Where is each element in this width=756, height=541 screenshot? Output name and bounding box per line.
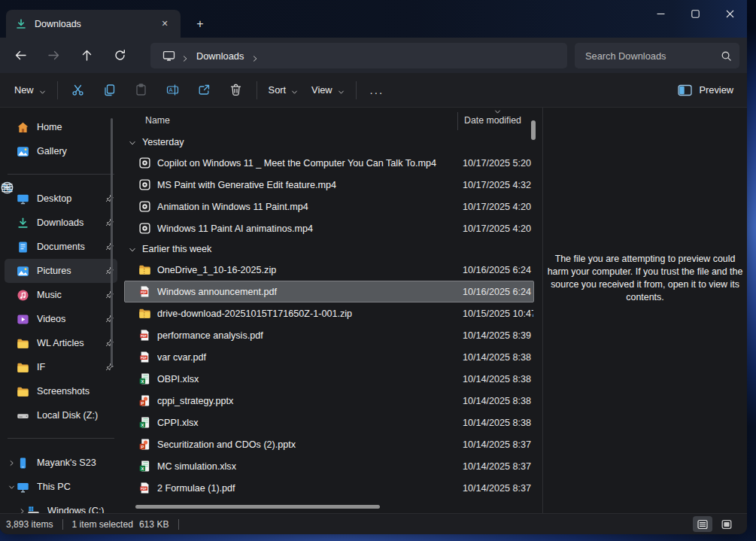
column-divider[interactable] bbox=[457, 112, 458, 130]
group-label: Earlier this week bbox=[142, 244, 211, 254]
file-date-modified: 10/17/2025 4:20 bbox=[463, 202, 533, 212]
mp4-file-icon bbox=[138, 178, 151, 191]
breadcrumb-downloads[interactable]: Downloads bbox=[190, 50, 250, 62]
file-name: Windows announcement.pdf bbox=[157, 287, 463, 297]
copy-button[interactable] bbox=[94, 78, 126, 103]
chevron-down-icon bbox=[39, 87, 46, 93]
vertical-scrollbar[interactable] bbox=[531, 120, 536, 140]
column-header-name[interactable]: Name bbox=[145, 115, 170, 126]
search-input[interactable] bbox=[585, 50, 721, 62]
up-button[interactable] bbox=[74, 43, 99, 68]
file-row-windows-announcement-pdf[interactable]: PDFWindows announcement.pdf10/16/2025 6:… bbox=[124, 281, 534, 302]
file-row-cppi-xlsx[interactable]: XCPPI.xlsx10/14/2025 8:38 bbox=[124, 412, 534, 433]
mp4-file-icon bbox=[138, 200, 151, 213]
maximize-button[interactable] bbox=[678, 0, 712, 28]
file-row-2-formulae-1-pdf[interactable]: PDF2 Formulae (1).pdf10/14/2025 8:37 bbox=[124, 477, 534, 499]
file-row-performance-analysis-pdf[interactable]: PDFperformance analysis.pdf10/14/2025 8:… bbox=[124, 324, 534, 346]
sidebar-item-desktop[interactable]: Desktop bbox=[5, 187, 117, 211]
sidebar-item-mayank-s-s23[interactable]: Mayank's S23 bbox=[5, 451, 117, 475]
file-name: cppi_strategy.pptx bbox=[157, 396, 463, 406]
tab-close-icon[interactable]: ✕ bbox=[156, 16, 173, 32]
file-row-cppi-strategy-pptx[interactable]: Pcppi_strategy.pptx10/14/2025 8:38 bbox=[124, 390, 534, 412]
windows-drive-icon bbox=[27, 505, 40, 514]
file-row-obpi-xlsx[interactable]: XOBPI.xlsx10/14/2025 8:38 bbox=[124, 368, 534, 390]
title-bar[interactable]: Downloads ✕ + bbox=[0, 0, 747, 38]
file-date-modified: 10/17/2025 4:20 bbox=[463, 223, 533, 234]
chevron-right-icon bbox=[181, 52, 189, 59]
horizontal-scrollbar-track[interactable] bbox=[124, 504, 530, 509]
close-button[interactable] bbox=[712, 0, 747, 28]
folder-icon bbox=[17, 385, 29, 398]
pdf-file-icon: PDF bbox=[138, 329, 151, 342]
file-row-copilot-on-windows-11-meet-the-computer-you-can-talk-to-mp4[interactable]: Copilot on Windows 11 _ Meet the Compute… bbox=[124, 152, 534, 174]
sidebar-item-documents[interactable]: Documents bbox=[5, 235, 117, 259]
sidebar-item-downloads[interactable]: Downloads bbox=[5, 211, 117, 235]
sidebar-item-gallery[interactable]: Gallery bbox=[5, 139, 117, 163]
group-header-earlier-this-week[interactable]: Earlier this week bbox=[124, 239, 534, 259]
pin-icon bbox=[105, 194, 114, 203]
paste-button[interactable] bbox=[126, 78, 157, 103]
new-button-label: New bbox=[14, 84, 34, 96]
group-header-yesterday[interactable]: Yesterday bbox=[124, 132, 534, 152]
more-options-button[interactable]: ... bbox=[361, 84, 393, 96]
sidebar-item-pictures[interactable]: Pictures bbox=[5, 259, 117, 283]
delete-button[interactable] bbox=[220, 78, 252, 103]
file-row-animation-in-windows-11-paint-mp4[interactable]: Animation in Windows 11 Paint.mp410/17/2… bbox=[124, 196, 534, 217]
chevron-right-icon[interactable] bbox=[6, 460, 17, 467]
horizontal-scrollbar[interactable] bbox=[135, 505, 380, 509]
new-button[interactable]: New bbox=[8, 78, 53, 103]
file-row-ms-paint-with-generative-edit-feature-mp4[interactable]: MS Paint with Generative Edit feature.mp… bbox=[124, 174, 534, 196]
file-date-modified: 10/16/2025 6:24 bbox=[463, 287, 533, 297]
view-button-label: View bbox=[311, 84, 332, 96]
svg-text:PDF: PDF bbox=[141, 335, 147, 338]
cut-button[interactable] bbox=[62, 78, 94, 103]
rename-button[interactable]: A bbox=[157, 78, 189, 103]
preview-toggle-button[interactable]: Preview bbox=[678, 84, 733, 96]
file-row-onedrive-1-10-16-2025-zip[interactable]: OneDrive_1_10-16-2025.zip10/16/2025 6:24 bbox=[124, 259, 534, 281]
sort-button[interactable]: Sort bbox=[262, 78, 305, 103]
view-button[interactable]: View bbox=[305, 78, 351, 103]
mp4-file-icon bbox=[138, 222, 151, 235]
file-row-drive-download-20251015t171650z-1-001-zip[interactable]: drive-download-20251015T171650Z-1-001.zi… bbox=[124, 302, 534, 324]
back-button[interactable] bbox=[8, 43, 33, 68]
preview-pane: The file you are attempting to preview c… bbox=[542, 108, 747, 513]
command-toolbar: New A Sort View bbox=[0, 73, 747, 108]
sidebar-item-wl-articles[interactable]: WL Articles bbox=[5, 331, 117, 355]
sidebar-item-windows-c[interactable]: Windows (C:) bbox=[5, 499, 117, 513]
details-view-button[interactable] bbox=[693, 516, 712, 532]
file-date-modified: 10/14/2025 8:39 bbox=[463, 330, 533, 341]
sidebar-item-home[interactable]: Home bbox=[5, 115, 117, 139]
monitor-icon bbox=[162, 50, 175, 62]
new-tab-button[interactable]: + bbox=[191, 15, 209, 33]
file-name: Securitization and CDOs (2).pptx bbox=[157, 439, 463, 450]
tab-downloads[interactable]: Downloads ✕ bbox=[6, 10, 181, 38]
file-row-mc-simulation-xlsx[interactable]: XMC simulation.xlsx10/14/2025 8:37 bbox=[124, 455, 534, 477]
sidebar-scrollbar[interactable] bbox=[111, 118, 113, 366]
sidebar-item-local-disk-z[interactable]: Local Disk (Z:) bbox=[5, 403, 117, 427]
sidebar-item-if[interactable]: IF bbox=[5, 355, 117, 379]
refresh-button[interactable] bbox=[107, 43, 132, 68]
folder-icon bbox=[17, 337, 29, 350]
chevron-down-icon bbox=[129, 245, 136, 253]
share-button[interactable] bbox=[189, 78, 220, 103]
home-icon bbox=[17, 121, 29, 134]
sidebar-item-this-pc[interactable]: This PC bbox=[5, 475, 117, 499]
pin-icon bbox=[105, 218, 114, 227]
file-date-modified: 10/14/2025 8:38 bbox=[463, 418, 533, 428]
search-box[interactable] bbox=[575, 43, 739, 68]
chevron-down-icon[interactable] bbox=[6, 484, 17, 491]
sidebar-item-videos[interactable]: Videos bbox=[5, 307, 117, 331]
file-row-var-cvar-pdf[interactable]: PDFvar cvar.pdf10/14/2025 8:38 bbox=[124, 346, 534, 368]
minimize-button[interactable] bbox=[643, 0, 678, 28]
address-bar[interactable]: Downloads bbox=[150, 43, 567, 68]
large-icons-view-button[interactable] bbox=[717, 516, 736, 532]
forward-button[interactable] bbox=[41, 43, 66, 68]
file-row-windows-11-paint-ai-animatinos-mp4[interactable]: Windows 11 Paint AI animatinos.mp410/17/… bbox=[124, 217, 534, 239]
chevron-right-icon[interactable] bbox=[17, 508, 27, 514]
column-header-date-modified[interactable]: Date modified bbox=[464, 115, 521, 126]
sidebar-item-music[interactable]: Music bbox=[5, 283, 117, 307]
file-row-securitization-and-cdos-2-pptx[interactable]: PSecuritization and CDOs (2).pptx10/14/2… bbox=[124, 433, 534, 455]
items-count: 3,893 items bbox=[0, 519, 59, 530]
file-date-modified: 10/16/2025 6:24 bbox=[463, 265, 533, 275]
sidebar-item-screenshots[interactable]: Screenshots bbox=[5, 379, 117, 403]
